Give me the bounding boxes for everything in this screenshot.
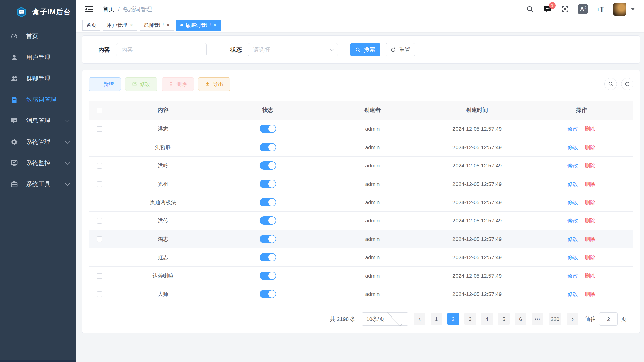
delete-link[interactable]: 删除	[585, 199, 595, 206]
sidebar-item-user-mgmt[interactable]: 用户管理	[0, 47, 76, 68]
row-checkbox[interactable]	[97, 145, 102, 150]
close-icon[interactable]: ×	[214, 22, 217, 28]
page-size-select[interactable]: 10条/页	[362, 312, 408, 326]
close-icon[interactable]: ×	[167, 22, 170, 28]
row-checkbox[interactable]	[97, 218, 102, 224]
status-toggle[interactable]	[260, 161, 276, 170]
delete-link[interactable]: 删除	[585, 144, 595, 151]
table-row: 大师admin2024-12-05 12:57:49修改删除	[89, 285, 633, 303]
page-button-2[interactable]: 2	[447, 313, 459, 325]
edit-link[interactable]: 修改	[567, 199, 578, 206]
tab-user-mgmt[interactable]: 用户管理×	[103, 20, 137, 31]
edit-link[interactable]: 修改	[567, 180, 578, 188]
delete-link[interactable]: 删除	[585, 236, 595, 243]
status-toggle[interactable]	[260, 198, 276, 206]
content-filter-input[interactable]	[116, 43, 207, 56]
delete-link[interactable]: 删除	[585, 180, 595, 188]
delete-link[interactable]: 删除	[585, 217, 595, 224]
status-toggle[interactable]	[260, 125, 276, 133]
add-button[interactable]: 新增	[89, 77, 121, 91]
page-button-220[interactable]: 220	[549, 313, 561, 325]
edit-link[interactable]: 修改	[567, 236, 578, 243]
content-filter-label: 内容	[98, 46, 110, 54]
sidebar-item-system-monitor[interactable]: 系统监控	[0, 152, 76, 173]
row-checkbox[interactable]	[97, 126, 102, 132]
edit-link[interactable]: 修改	[567, 144, 578, 151]
row-checkbox[interactable]	[97, 273, 102, 279]
prev-page-button[interactable]: ‹	[414, 313, 425, 325]
sidebar-item-message-mgmt[interactable]: 消息管理	[0, 110, 76, 131]
export-button[interactable]: 导出	[198, 77, 230, 91]
page-jump-input[interactable]	[599, 312, 618, 326]
pager-ellipsis[interactable]: •••	[532, 313, 543, 325]
page-button-3[interactable]: 3	[464, 313, 476, 325]
status-toggle[interactable]	[260, 235, 276, 243]
close-icon[interactable]: ×	[130, 22, 133, 28]
table-row: 贯通两极法admin2024-12-05 12:57:49修改删除	[89, 193, 633, 211]
edit-link[interactable]: 修改	[567, 272, 578, 279]
status-filter-select[interactable]: 请选择	[248, 43, 338, 56]
header-search-icon[interactable]	[525, 4, 535, 14]
cell-created-at: 2024-12-05 12:57:49	[425, 138, 529, 156]
page-content: 内容 状态 请选择 搜索 重置 新增	[76, 32, 644, 362]
edit-link[interactable]: 修改	[567, 217, 578, 224]
sidebar-item-group-mgmt[interactable]: 群聊管理	[0, 68, 76, 89]
breadcrumb: 首页 / 敏感词管理	[103, 5, 152, 13]
tab-group-mgmt[interactable]: 群聊管理×	[140, 20, 174, 31]
top-header: 首页 / 敏感词管理 1 A文 TT	[76, 0, 644, 18]
edit-link[interactable]: 修改	[567, 162, 578, 169]
status-toggle[interactable]	[260, 272, 276, 280]
edit-link[interactable]: 修改	[567, 291, 578, 298]
search-button[interactable]: 搜索	[350, 43, 380, 56]
tab-sensitive-words[interactable]: 敏感词管理×	[176, 20, 221, 31]
select-all-checkbox[interactable]	[97, 108, 102, 113]
refresh-icon[interactable]	[621, 78, 633, 90]
page-button-6[interactable]: 6	[515, 313, 526, 325]
delete-link[interactable]: 删除	[585, 125, 595, 132]
page-button-5[interactable]: 5	[498, 313, 510, 325]
reset-button[interactable]: 重置	[386, 43, 415, 56]
chevron-down-icon	[65, 118, 70, 122]
translate-icon[interactable]: A文	[578, 4, 588, 14]
status-toggle[interactable]	[260, 290, 276, 298]
delete-button[interactable]: 删除	[162, 77, 194, 91]
messages-icon[interactable]: 1	[543, 4, 553, 14]
avatar[interactable]	[613, 3, 626, 16]
cell-created-at: 2024-12-05 12:57:49	[425, 266, 529, 285]
fullscreen-icon[interactable]	[560, 4, 570, 14]
sidebar-item-home[interactable]: 首页	[0, 26, 76, 47]
edit-link[interactable]: 修改	[567, 125, 578, 132]
status-toggle[interactable]	[260, 253, 276, 261]
app-logo[interactable]: 盒子IM后台	[0, 0, 76, 24]
page-button-4[interactable]: 4	[481, 313, 493, 325]
page-button-1[interactable]: 1	[431, 313, 442, 325]
sidebar-item-system-mgmt[interactable]: 系统管理	[0, 131, 76, 152]
user-menu[interactable]	[613, 3, 635, 16]
breadcrumb-home[interactable]: 首页	[103, 5, 115, 13]
row-checkbox[interactable]	[97, 291, 102, 297]
show-search-icon[interactable]	[604, 78, 617, 90]
column-created-at: 创建时间	[425, 101, 529, 120]
tab-home[interactable]: 首页	[82, 20, 100, 31]
next-page-button[interactable]: ›	[567, 313, 578, 325]
collapse-sidebar-icon[interactable]	[84, 5, 94, 13]
delete-link[interactable]: 删除	[585, 162, 595, 169]
edit-link[interactable]: 修改	[567, 254, 578, 261]
font-size-icon[interactable]: TT	[595, 4, 605, 14]
delete-link[interactable]: 删除	[585, 272, 595, 279]
row-checkbox[interactable]	[97, 255, 102, 260]
delete-link[interactable]: 删除	[585, 254, 595, 261]
sidebar-item-sensitive-words[interactable]: 敏感词管理	[0, 89, 76, 110]
cell-created-at: 2024-12-05 12:57:49	[425, 285, 529, 303]
row-checkbox[interactable]	[97, 163, 102, 169]
sidebar-menu: 首页用户管理群聊管理敏感词管理消息管理系统管理系统监控系统工具	[0, 24, 76, 195]
status-toggle[interactable]	[260, 143, 276, 151]
row-checkbox[interactable]	[97, 181, 102, 187]
row-checkbox[interactable]	[97, 200, 102, 205]
delete-link[interactable]: 删除	[585, 291, 595, 298]
edit-button[interactable]: 修改	[125, 77, 157, 91]
row-checkbox[interactable]	[97, 236, 102, 242]
status-toggle[interactable]	[260, 180, 276, 188]
status-toggle[interactable]	[260, 216, 276, 225]
sidebar-item-system-tools[interactable]: 系统工具	[0, 173, 76, 195]
